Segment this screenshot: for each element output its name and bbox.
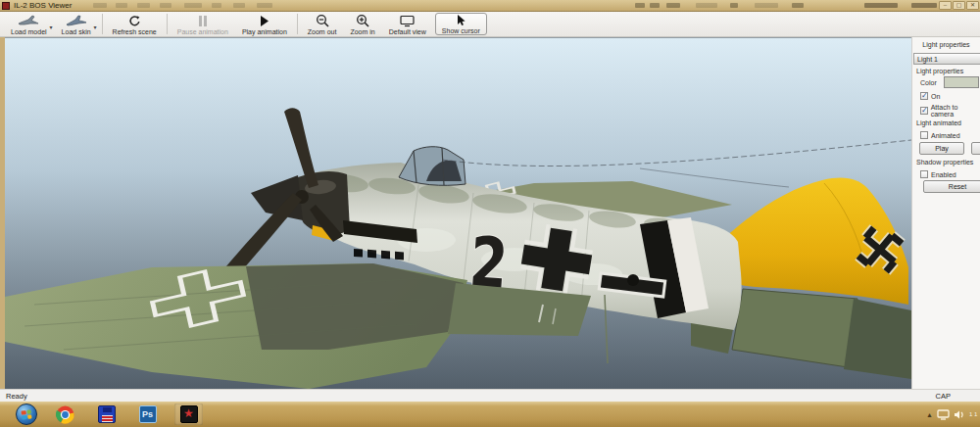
on-label: On [931, 93, 940, 100]
aero-glass-artifact [160, 3, 172, 8]
cursor-icon [455, 14, 466, 26]
toolbar-separator [102, 14, 103, 34]
zoom-in-button[interactable]: Zoom in [343, 12, 381, 36]
color-label: Color [920, 79, 937, 86]
airplane-icon [18, 15, 39, 27]
light-color-swatch[interactable] [944, 76, 979, 88]
aero-glass-artifact [233, 3, 245, 8]
group-label-light-properties: Light properties [916, 68, 963, 74]
aero-glass-artifact [116, 3, 127, 8]
load-skin-button[interactable]: Load skin [55, 12, 98, 36]
on-checkbox-row[interactable]: On [920, 92, 940, 100]
main-area: 2 [0, 37, 980, 389]
aero-glass-artifact [792, 3, 804, 8]
group-label-shadow-properties: Shadow properties [916, 159, 973, 166]
taskbar-item-chrome[interactable] [51, 403, 79, 425]
monitor-icon [400, 15, 415, 27]
taskbar: Ps ★ ▲ 1 1 [0, 402, 980, 427]
close-button[interactable]: ✕ [966, 1, 979, 10]
aero-glass-artifact [212, 3, 221, 8]
animated-checkbox-row[interactable]: Animated [920, 131, 960, 139]
shadow-enabled-checkbox[interactable] [920, 170, 928, 178]
toolbar-label: Show cursor [442, 27, 480, 34]
taskbar-item-photoshop[interactable]: Ps [133, 403, 162, 425]
aero-glass-artifact [650, 3, 660, 8]
aero-glass-artifact [911, 3, 937, 8]
animated-label: Animated [931, 132, 960, 139]
enabled-checkbox-row[interactable]: Enabled [920, 170, 956, 178]
pause-icon [198, 15, 208, 27]
refresh-icon [128, 15, 141, 27]
zoom-out-button[interactable]: Zoom out [301, 12, 344, 36]
toolbar-label: Zoom in [350, 28, 374, 35]
status-cap-indicator: CAP [936, 392, 951, 401]
load-skin-dropdown-arrow[interactable]: ▾ [94, 24, 97, 30]
reset-button[interactable]: Reset [923, 180, 980, 193]
toolbar-label: Play animation [242, 28, 287, 35]
red-star-icon: ★ [180, 405, 198, 423]
toolbar-separator [297, 14, 298, 34]
tray-display-icon[interactable] [937, 409, 950, 420]
maximize-button[interactable]: ▢ [953, 1, 965, 10]
photoshop-icon: Ps [139, 405, 157, 423]
aero-glass-artifact [696, 3, 717, 8]
aero-glass-artifact [864, 3, 898, 8]
aero-glass-artifact [666, 3, 680, 8]
load-model-dropdown-arrow[interactable]: ▾ [50, 24, 53, 30]
tray-clock-clipped[interactable]: 1 1 [969, 411, 980, 418]
taskbar-item-il2-viewer[interactable]: ★ [174, 403, 203, 425]
aero-glass-artifact [257, 3, 272, 8]
window-title: IL-2 BOS Viewer [14, 1, 72, 10]
play-icon [260, 15, 270, 27]
title-bar: IL-2 BOS Viewer – ▢ ✕ [0, 0, 980, 12]
app-icon [2, 2, 10, 10]
windows-logo-icon [21, 409, 31, 419]
hidden-icons-arrow[interactable]: ▲ [926, 411, 933, 418]
aero-glass-artifact [635, 3, 645, 8]
default-view-button[interactable]: Default view [382, 12, 433, 36]
aero-glass-artifact [755, 3, 778, 8]
magnifier-minus-icon [316, 15, 329, 27]
group-label-light-animated: Light animated [916, 119, 961, 126]
on-checkbox[interactable] [920, 92, 928, 100]
chrome-icon [56, 405, 74, 424]
play-animation-button[interactable]: Play animation [235, 12, 294, 36]
toolbar-label: Zoom out [308, 28, 337, 35]
play-light-button[interactable]: Play [919, 142, 964, 155]
toolbar-separator [167, 14, 168, 34]
aero-glass-artifact [137, 3, 150, 8]
panel-title: Light properties [912, 41, 980, 48]
refresh-scene-button[interactable]: Refresh scene [106, 12, 164, 36]
taskbar-item-floppy-app[interactable] [92, 403, 121, 425]
toolbar: Load model ▾ Load skin ▾ Refresh scene P… [0, 12, 980, 37]
system-tray: ▲ 1 1 [926, 402, 980, 427]
aero-glass-artifact [730, 3, 738, 8]
animated-checkbox[interactable] [920, 131, 928, 139]
scene-canvas: 2 [5, 38, 911, 390]
attach-to-camera-checkbox[interactable] [920, 107, 928, 115]
attach-label: Attach to camera [931, 104, 980, 118]
airplane-icon [66, 15, 87, 27]
start-button[interactable] [16, 403, 37, 425]
stop-light-button-cutoff[interactable] [971, 142, 980, 155]
load-model-button[interactable]: Load model [4, 12, 54, 36]
minimize-button[interactable]: – [939, 1, 952, 10]
toolbar-label: Pause animation [177, 28, 228, 35]
toolbar-label: Refresh scene [113, 28, 157, 35]
3d-viewport[interactable]: 2 [5, 37, 911, 389]
show-cursor-button[interactable]: Show cursor [435, 13, 487, 35]
tray-volume-icon[interactable] [954, 409, 965, 420]
toolbar-label: Load model [11, 28, 47, 35]
status-bar: Ready CAP [0, 389, 980, 402]
toolbar-label: Load skin [62, 28, 91, 35]
attach-checkbox-row[interactable]: Attach to camera [920, 104, 980, 118]
aero-glass-artifact [184, 3, 202, 8]
light-list-item[interactable]: Light 1 [913, 53, 980, 65]
status-text: Ready [6, 392, 27, 401]
floppy-disk-icon [98, 405, 116, 423]
enabled-label: Enabled [931, 171, 956, 178]
magnifier-plus-icon [356, 15, 369, 27]
pause-animation-button: Pause animation [171, 12, 235, 36]
app-window: IL-2 BOS Viewer – ▢ ✕ Load model ▾ [0, 0, 980, 427]
toolbar-label: Default view [389, 28, 426, 35]
